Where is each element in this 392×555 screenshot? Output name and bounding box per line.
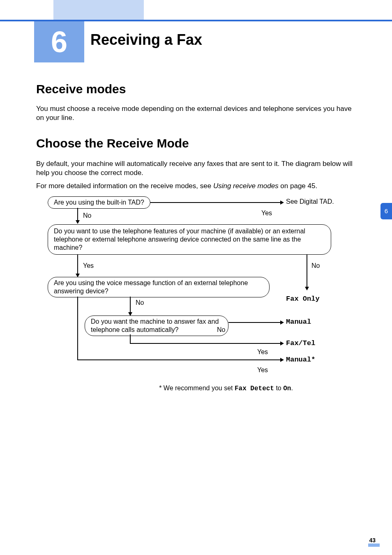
chapter-title: Receiving a Fax <box>90 31 202 48</box>
footnote-a: * We recommend you set <box>159 385 235 391</box>
flow-q1-bubble: Are you using the built-in TAD? <box>48 196 150 209</box>
receive-modes-paragraph: You must choose a receive mode depending… <box>36 104 357 122</box>
footnote-c: . <box>291 385 293 391</box>
flow-q1-yes-label: Yes <box>261 210 272 217</box>
page-number-accent <box>368 543 380 547</box>
p2-italic: Using receive modes <box>213 182 279 190</box>
flow-arrow-q2-no <box>305 287 309 290</box>
flow-q4-bubble: Do you want the machine to answer fax an… <box>85 315 228 336</box>
flow-result-manual-star: Manual* <box>286 356 315 364</box>
flow-arrow-q1-yes <box>280 200 284 205</box>
page-number: 43 <box>369 537 376 543</box>
side-tab-number: 6 <box>385 207 388 214</box>
flow-line-q1-yes <box>150 202 281 203</box>
flow-result-faxtel: Fax/Tel <box>286 339 315 347</box>
footnote-b: to <box>274 385 283 391</box>
flow-line-q1-no <box>77 208 78 221</box>
section-heading-choose-mode: Choose the Receive Mode <box>36 136 189 150</box>
flow-arrow-q4-no <box>280 320 284 325</box>
flow-line-q4-yes-v <box>130 334 131 343</box>
flow-line-q4-yes-h <box>130 343 281 344</box>
flow-footnote: * We recommend you set Fax Detect to On. <box>123 385 329 392</box>
footnote-m1: Fax Detect <box>235 385 274 392</box>
flow-line-q3-yes-v <box>77 297 78 360</box>
footnote-m2: On <box>283 385 291 392</box>
side-tab: 6 <box>380 203 392 219</box>
flow-line-q4-no <box>228 322 281 323</box>
flow-arrow-q4-yes <box>280 341 284 345</box>
chapter-number: 6 <box>51 25 67 59</box>
choose-mode-paragraph-1: By default, your machine will automatica… <box>36 159 357 177</box>
flow-q4-no-label: No <box>217 326 225 334</box>
chapter-number-block: 6 <box>34 21 84 62</box>
flow-q1-no-label: No <box>83 212 91 219</box>
flow-q4-text: Do you want the machine to answer fax an… <box>91 318 219 333</box>
flow-result-tad: See Digital TAD. <box>286 198 334 205</box>
flowchart: Are you using the built-in TAD? See Digi… <box>48 196 360 394</box>
flow-line-q2-no <box>307 255 307 288</box>
header-bar <box>0 0 392 20</box>
choose-mode-paragraph-2: For more detailed information on the rec… <box>36 182 357 191</box>
flow-q2-text: Do you want to use the telephone feature… <box>54 228 305 251</box>
flow-q3-no-label: No <box>136 299 144 306</box>
flow-line-q3-yes-h <box>77 359 281 360</box>
flow-result-manual: Manual <box>286 318 311 326</box>
flow-q2-bubble: Do you want to use the telephone feature… <box>48 224 331 255</box>
flow-q3-yes-label: Yes <box>257 366 268 374</box>
flow-q1-text: Are you using the built-in TAD? <box>54 199 144 206</box>
flow-q4-yes-label: Yes <box>257 348 268 356</box>
flow-line-q2-yes <box>77 255 78 274</box>
flow-result-faxonly: Fax Only <box>286 295 320 303</box>
flow-q3-text: Are you using the voice message function… <box>54 279 248 295</box>
flow-q2-yes-label: Yes <box>83 262 94 269</box>
p2-text-a: For more detailed information on the rec… <box>36 182 213 190</box>
header-accent <box>53 0 144 20</box>
section-heading-receive-modes: Receive modes <box>36 82 126 96</box>
flow-arrow-q3-yes <box>280 358 284 362</box>
flow-line-q3-no <box>130 297 131 313</box>
p2-text-b: on page 45. <box>279 182 318 190</box>
flow-arrow-q1-no <box>76 220 80 224</box>
flow-q3-bubble: Are you using the voice message function… <box>48 277 270 297</box>
flow-q2-no-label: No <box>311 262 320 269</box>
